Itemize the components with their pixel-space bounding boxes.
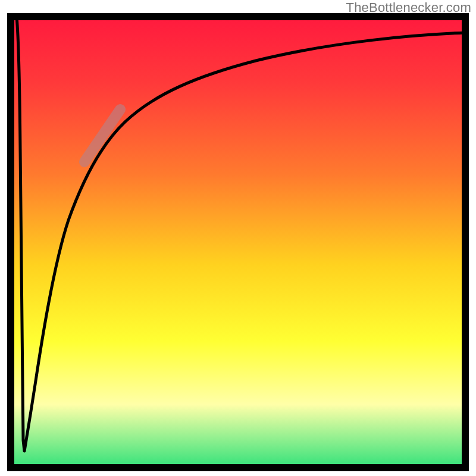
gradient-fill bbox=[11, 17, 465, 468]
chart-svg bbox=[0, 0, 476, 476]
attribution-text: TheBottlenecker.com bbox=[346, 0, 471, 15]
chart-container: TheBottlenecker.com bbox=[0, 0, 476, 476]
